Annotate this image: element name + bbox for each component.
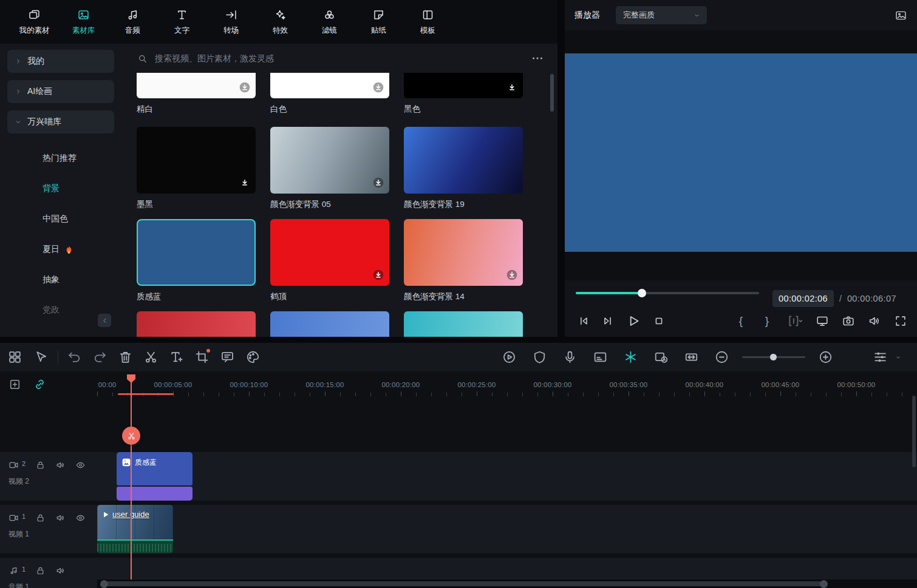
keyframe-icon[interactable]: [623, 350, 638, 365]
media-item-黑色[interactable]: 黑色: [404, 73, 523, 115]
fullscreen-icon[interactable]: [894, 314, 907, 328]
sidebar-group-我的[interactable]: 我的: [7, 50, 114, 73]
play-icon[interactable]: [626, 313, 641, 329]
more-options-icon[interactable]: [531, 52, 544, 65]
media-item[interactable]: [137, 311, 256, 337]
trash-icon[interactable]: [118, 350, 133, 365]
media-item[interactable]: [404, 311, 523, 337]
zoom-knob[interactable]: [770, 354, 777, 360]
media-item-鹤顶[interactable]: 鹤顶: [270, 219, 389, 302]
media-item-精白[interactable]: 精白: [137, 73, 256, 115]
sidebar-group-万兴喵库[interactable]: 万兴喵库: [7, 110, 114, 133]
category-热门推荐[interactable]: 热门推荐: [0, 143, 121, 174]
search-input[interactable]: [154, 53, 523, 64]
media-thumbnail[interactable]: [137, 219, 256, 286]
quality-dropdown[interactable]: 完整画质: [616, 6, 707, 24]
seek-bar[interactable]: [576, 292, 759, 294]
download-icon[interactable]: [239, 177, 251, 189]
media-thumbnail[interactable]: [137, 311, 256, 337]
playhead-split-button[interactable]: [122, 427, 140, 445]
ripple-icon[interactable]: [684, 350, 699, 365]
tab-素材库[interactable]: 素材库: [59, 0, 108, 44]
media-thumbnail[interactable]: [270, 311, 389, 337]
clip-body[interactable]: 质感蓝: [117, 452, 193, 485]
media-thumbnail[interactable]: [137, 73, 256, 98]
brace-open-icon[interactable]: {: [734, 314, 748, 328]
snapshot-icon[interactable]: [842, 314, 855, 328]
crop-icon[interactable]: [194, 350, 210, 365]
tab-滤镜[interactable]: 滤镜: [305, 0, 354, 44]
media-thumbnail[interactable]: [404, 73, 523, 98]
media-item-质感蓝[interactable]: 质感蓝: [137, 219, 256, 302]
hscroll-thumb[interactable]: [102, 581, 826, 586]
media-item-颜色渐变背景 19[interactable]: 颜色渐变背景 19: [404, 127, 523, 210]
media-thumbnail[interactable]: [404, 311, 523, 337]
panel-layout-icon[interactable]: [7, 350, 22, 365]
add-marker-icon[interactable]: [9, 378, 21, 391]
category-夏日[interactable]: 夏日: [0, 234, 121, 265]
timeline-hscrollbar[interactable]: [97, 580, 917, 588]
prev-frame-icon[interactable]: [577, 314, 590, 328]
zoom-in-icon[interactable]: [818, 350, 833, 365]
timeline-ruler[interactable]: 00:00:00:0000:00:05:0000:00:10:0000:00:1…: [97, 375, 917, 398]
stop-icon[interactable]: [652, 314, 666, 328]
speaker-icon[interactable]: [55, 566, 66, 576]
render-preview-icon[interactable]: [502, 350, 517, 365]
select-icon[interactable]: [33, 350, 48, 365]
lock-icon[interactable]: [35, 566, 46, 576]
split-icon[interactable]: [143, 350, 159, 365]
clip-thumbnail[interactable]: user guide: [97, 505, 173, 539]
media-item-颜色渐变背景 14[interactable]: 颜色渐变背景 14: [404, 219, 523, 302]
tab-特效[interactable]: 特效: [256, 0, 305, 44]
music-track-icon[interactable]: [9, 566, 19, 576]
media-item[interactable]: [270, 311, 389, 337]
link-clips-icon[interactable]: [33, 378, 46, 391]
media-item-颜色渐变背景 05[interactable]: 颜色渐变背景 05: [270, 127, 389, 210]
sidebar-group-AI绘画[interactable]: AI绘画: [7, 80, 114, 103]
lock-icon[interactable]: [35, 460, 46, 470]
video-track-icon[interactable]: [9, 513, 19, 523]
brace-close-icon[interactable]: }: [760, 314, 774, 328]
tab-我的素材[interactable]: 我的素材: [10, 0, 59, 44]
category-抽象[interactable]: 抽象: [0, 265, 121, 295]
tab-转场[interactable]: 转场: [206, 0, 256, 44]
eye-icon[interactable]: [75, 460, 86, 470]
mask-icon[interactable]: [532, 350, 547, 365]
media-item-白色[interactable]: 白色: [270, 73, 389, 115]
undo-icon[interactable]: [67, 350, 82, 365]
download-icon[interactable]: [506, 269, 518, 281]
image-icon[interactable]: [895, 9, 907, 22]
media-thumbnail[interactable]: [404, 127, 523, 194]
add-text-icon[interactable]: [169, 350, 184, 365]
mark-range-icon[interactable]: [786, 314, 803, 328]
caption-icon[interactable]: [593, 350, 608, 365]
redo-icon[interactable]: [92, 350, 107, 365]
tab-音频[interactable]: 音频: [108, 0, 157, 44]
lock-icon[interactable]: [35, 513, 46, 523]
volume-icon[interactable]: [868, 314, 881, 328]
video-track-icon[interactable]: [9, 460, 19, 470]
category-中国色[interactable]: 中国色: [0, 204, 121, 234]
palette-icon[interactable]: [245, 350, 261, 365]
tab-文字[interactable]: 文字: [157, 0, 206, 44]
timeline-vscrollbar[interactable]: [912, 396, 916, 467]
media-thumbnail[interactable]: [270, 73, 389, 98]
speaker-icon[interactable]: [55, 460, 66, 470]
media-thumbnail[interactable]: [404, 219, 523, 286]
tab-模板[interactable]: 模板: [403, 0, 452, 44]
media-thumbnail[interactable]: [270, 127, 389, 194]
tab-贴纸[interactable]: 贴纸: [354, 0, 403, 44]
timeline-clip-video[interactable]: user guide: [97, 505, 173, 553]
media-thumbnail[interactable]: [137, 127, 256, 194]
screen-icon[interactable]: [816, 314, 829, 328]
category-背景[interactable]: 背景: [0, 174, 121, 204]
timeline-clip-color[interactable]: 质感蓝: [117, 452, 193, 501]
track-manage-icon[interactable]: [873, 350, 888, 365]
media-grid-scrollbar[interactable]: [550, 74, 554, 112]
playhead[interactable]: [131, 374, 132, 588]
download-icon[interactable]: [372, 269, 384, 281]
freeze-frame-icon[interactable]: [653, 350, 669, 365]
media-item-墨黑[interactable]: 墨黑: [137, 127, 256, 210]
speaker-icon[interactable]: [55, 513, 66, 523]
timeline-zoom-slider[interactable]: [742, 356, 805, 358]
